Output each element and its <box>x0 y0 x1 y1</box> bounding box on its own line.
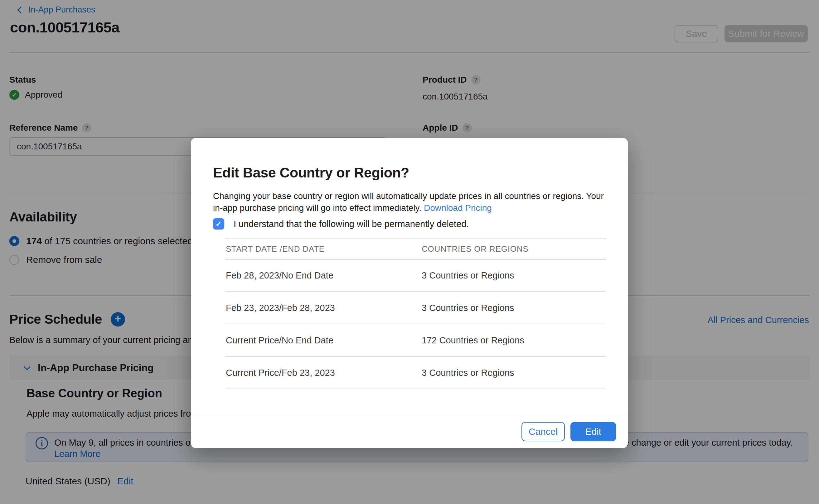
table-row: Feb 23, 2023/Feb 28, 2023 3 Countries or… <box>225 292 606 324</box>
table-cell: Current Price/No End Date <box>225 335 422 346</box>
cancel-button[interactable]: Cancel <box>521 422 565 441</box>
table-row: Current Price/Feb 23, 2023 3 Countries o… <box>225 357 606 389</box>
modal-body-text: Changing your base country or region wil… <box>213 190 604 214</box>
edit-confirm-button[interactable]: Edit <box>570 422 616 441</box>
table-cell: 3 Countries or Regions <box>422 270 606 281</box>
table-header-row: START DATE /END DATE COUNTRIES OR REGION… <box>225 239 606 259</box>
confirm-checkbox-row[interactable]: ✓ I understand that the following will b… <box>213 218 469 230</box>
table-row: Feb 28, 2023/No End Date 3 Countries or … <box>225 259 606 292</box>
modal-title: Edit Base Country or Region? <box>213 165 409 181</box>
deleted-prices-table: START DATE /END DATE COUNTRIES OR REGION… <box>225 239 606 389</box>
table-cell: 3 Countries or Regions <box>422 303 606 313</box>
table-cell: Feb 28, 2023/No End Date <box>225 270 422 281</box>
table-cell: Feb 23, 2023/Feb 28, 2023 <box>225 303 422 313</box>
download-pricing-link[interactable]: Download Pricing <box>424 203 492 213</box>
table-cell: Current Price/Feb 23, 2023 <box>225 368 422 378</box>
checkbox-checked-icon[interactable]: ✓ <box>213 218 224 230</box>
table-header: START DATE /END DATE <box>225 244 422 254</box>
table-header: COUNTRIES OR REGIONS <box>422 244 606 254</box>
table-cell: 172 Countries or Regions <box>422 335 606 346</box>
table-cell: 3 Countries or Regions <box>422 368 606 378</box>
modal-footer-divider <box>191 416 628 416</box>
edit-base-country-modal: Edit Base Country or Region? Changing yo… <box>191 138 628 448</box>
checkbox-label: I understand that the following will be … <box>234 219 469 229</box>
table-row: Current Price/No End Date 172 Countries … <box>225 324 606 357</box>
